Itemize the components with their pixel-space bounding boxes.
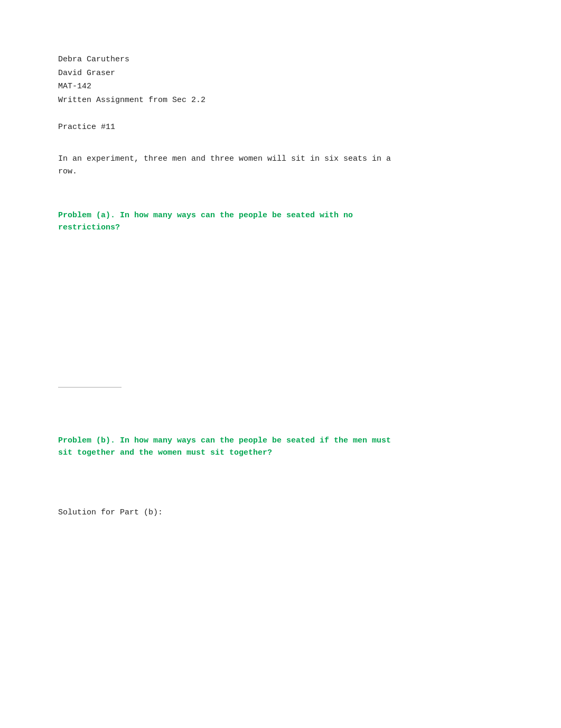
course-code: MAT-142 <box>58 80 503 94</box>
solution-b-text: Solution for Part (b): <box>58 506 503 519</box>
practice-title-text: Practice #11 <box>58 123 115 132</box>
author-name: Debra Caruthers <box>58 53 503 67</box>
assignment-title: Written Assignment from Sec 2.2 <box>58 94 503 107</box>
problem-a-section: Problem (a). In how many ways can the pe… <box>58 210 503 234</box>
instructor-name: David Graser <box>58 67 503 80</box>
answer-space-a <box>58 255 503 371</box>
spacer-1 <box>58 403 503 435</box>
section-divider <box>58 387 121 388</box>
header-info: Debra Caruthers David Graser MAT-142 Wri… <box>58 53 503 107</box>
problem-b-label: Problem (b). In how many ways can the pe… <box>58 435 503 459</box>
practice-title: Practice #11 <box>58 123 503 132</box>
problem-a-label: Problem (a). In how many ways can the pe… <box>58 210 503 234</box>
solution-b-label: Solution for Part (b): <box>58 508 163 517</box>
problem-b-section: Problem (b). In how many ways can the pe… <box>58 435 503 459</box>
intro-paragraph: In an experiment, three men and three wo… <box>58 154 391 176</box>
intro-text: In an experiment, three men and three wo… <box>58 153 503 178</box>
spacer-2 <box>58 480 503 496</box>
